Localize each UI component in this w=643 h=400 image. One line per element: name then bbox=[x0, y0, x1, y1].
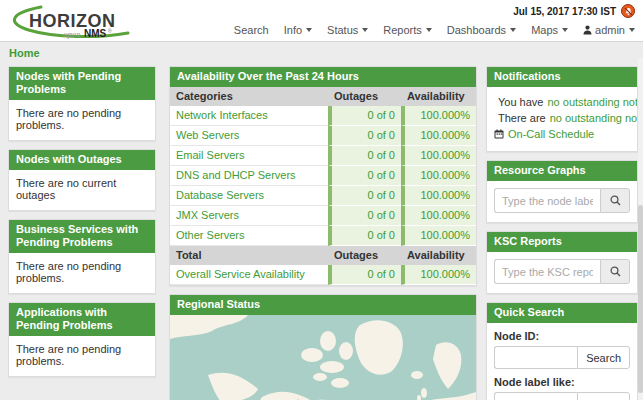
resource-graphs-panel: Resource Graphs bbox=[486, 160, 638, 223]
nav-user-menu[interactable]: admin bbox=[583, 24, 635, 36]
resource-graphs-search-button[interactable] bbox=[600, 188, 630, 213]
calendar-icon bbox=[494, 129, 504, 139]
main-nav: Search Info Status Reports Dashboards Ma… bbox=[234, 24, 635, 36]
category-link[interactable]: Database Servers bbox=[176, 189, 264, 201]
chevron-down-icon bbox=[629, 28, 635, 32]
quick-search-panel: Quick Search Node ID: Search Node label … bbox=[486, 302, 638, 400]
panel-body-text: There are no pending problems. bbox=[9, 253, 155, 293]
outages-value: 0 of 0 bbox=[328, 146, 401, 166]
node-id-label: Node ID: bbox=[494, 330, 630, 342]
category-link[interactable]: JMX Servers bbox=[176, 209, 239, 221]
total-header: Total bbox=[170, 246, 328, 265]
horizon-opennms-logo[interactable]: HORIZON open NMS ® bbox=[8, 3, 136, 42]
category-link[interactable]: Network Interfaces bbox=[176, 109, 268, 121]
outages-value: 0 of 0 bbox=[328, 206, 401, 226]
ksc-search-button[interactable] bbox=[600, 259, 630, 284]
regional-status-title: Regional Status bbox=[170, 295, 476, 315]
oncall-schedule-line: On-Call Schedule bbox=[494, 126, 630, 142]
availability-value: 100.000% bbox=[401, 206, 476, 226]
node-label-input[interactable] bbox=[494, 188, 600, 213]
nav-info[interactable]: Info bbox=[284, 24, 312, 36]
outages-value: 0 of 0 bbox=[328, 166, 401, 186]
notification-all-line: There are no outstanding notices bbox=[494, 110, 630, 126]
category-link[interactable]: Email Servers bbox=[176, 149, 244, 161]
user-icon bbox=[583, 25, 592, 35]
left-column: Nodes with Pending Problems There are no… bbox=[8, 66, 156, 385]
node-id-input[interactable] bbox=[494, 346, 577, 369]
node-id-search-button[interactable]: Search bbox=[577, 346, 630, 369]
table-row-category: Other Servers bbox=[170, 226, 328, 246]
availability-table: Categories Outages Availability Network … bbox=[170, 87, 476, 285]
category-link[interactable]: Other Servers bbox=[176, 229, 244, 241]
table-row-category: Web Servers bbox=[170, 126, 328, 146]
scrollbar-thumb[interactable] bbox=[638, 205, 643, 393]
notifications-title: Notifications bbox=[487, 67, 637, 87]
panel-title: Nodes with Pending Problems bbox=[9, 67, 155, 100]
current-datetime: Jul 15, 2017 17:30 IST bbox=[513, 6, 616, 17]
overall-availability-link[interactable]: Overall Service Availability bbox=[176, 268, 305, 280]
chevron-down-icon bbox=[510, 28, 516, 32]
panel-business-services-pending: Business Services with Pending Problems … bbox=[8, 219, 156, 294]
availability-value: 100.000% bbox=[401, 186, 476, 206]
node-label-search-button[interactable]: Search bbox=[577, 392, 630, 400]
ksc-report-input[interactable] bbox=[494, 259, 600, 284]
world-map[interactable] bbox=[170, 315, 476, 400]
notification-prefix: You have bbox=[498, 94, 543, 110]
notices-off-bell-icon[interactable] bbox=[621, 4, 635, 18]
notification-prefix: There are bbox=[498, 110, 546, 126]
chevron-down-icon bbox=[306, 28, 312, 32]
node-label-like-input[interactable] bbox=[494, 392, 577, 400]
notifications-panel: Notifications You have no outstanding no… bbox=[486, 66, 638, 152]
nav-status[interactable]: Status bbox=[327, 24, 368, 36]
availability-value: 100.000% bbox=[401, 146, 476, 166]
ksc-reports-title: KSC Reports bbox=[487, 232, 637, 252]
quick-search-title: Quick Search bbox=[487, 303, 637, 323]
center-column: Availability Over the Past 24 Hours Cate… bbox=[169, 66, 477, 400]
col-header-outages: Outages bbox=[328, 87, 401, 106]
panel-title: Applications with Pending Problems bbox=[9, 303, 155, 336]
user-notices-link[interactable]: no outstanding notices bbox=[547, 94, 638, 110]
panel-title: Business Services with Pending Problems bbox=[9, 220, 155, 253]
availability-panel: Availability Over the Past 24 Hours Cate… bbox=[169, 66, 477, 286]
outages-value: 0 of 0 bbox=[328, 226, 401, 246]
availability-value: 100.000% bbox=[401, 226, 476, 246]
magnifier-icon bbox=[610, 195, 621, 206]
availability-title: Availability Over the Past 24 Hours bbox=[170, 67, 476, 87]
vertical-scrollbar[interactable] bbox=[638, 58, 643, 400]
nav-search[interactable]: Search bbox=[234, 24, 269, 36]
category-link[interactable]: Web Servers bbox=[176, 129, 239, 141]
outages-value: 0 of 0 bbox=[328, 106, 401, 126]
nav-dashboards[interactable]: Dashboards bbox=[447, 24, 516, 36]
ksc-reports-panel: KSC Reports bbox=[486, 231, 638, 294]
nav-maps[interactable]: Maps bbox=[531, 24, 568, 36]
breadcrumb: Home bbox=[0, 42, 643, 63]
right-column: Notifications You have no outstanding no… bbox=[486, 66, 638, 400]
magnifier-icon bbox=[610, 266, 621, 277]
panel-body-text: There are no pending problems. bbox=[9, 100, 155, 140]
panel-body-text: There are no current outages bbox=[9, 170, 155, 210]
opennms-dashboard: HORIZON open NMS ® Jul 15, 2017 17:30 IS… bbox=[0, 0, 643, 400]
table-row-category: Email Servers bbox=[170, 146, 328, 166]
availability-value: 100.000% bbox=[401, 106, 476, 126]
svg-text:®: ® bbox=[108, 28, 112, 34]
nav-reports[interactable]: Reports bbox=[383, 24, 432, 36]
panel-nodes-pending-problems: Nodes with Pending Problems There are no… bbox=[8, 66, 156, 141]
category-link[interactable]: DNS and DHCP Servers bbox=[176, 169, 296, 181]
chevron-down-icon bbox=[362, 28, 368, 32]
breadcrumb-home-link[interactable]: Home bbox=[9, 47, 40, 59]
table-row-category: Database Servers bbox=[170, 186, 328, 206]
oncall-schedule-link[interactable]: On-Call Schedule bbox=[508, 126, 594, 142]
all-notices-link[interactable]: no outstanding notices bbox=[550, 110, 638, 126]
table-row-category: Network Interfaces bbox=[170, 106, 328, 126]
availability-value: 100.000% bbox=[401, 126, 476, 146]
panel-body-text: There are no pending problems. bbox=[9, 336, 155, 376]
top-header: HORIZON open NMS ® Jul 15, 2017 17:30 IS… bbox=[0, 0, 643, 42]
regional-status-panel: Regional Status bbox=[169, 294, 477, 400]
availability-value: 100.000% bbox=[401, 166, 476, 186]
availability-value: 100.000% bbox=[401, 265, 476, 285]
col-header-categories: Categories bbox=[170, 87, 328, 106]
notification-user-line: You have no outstanding notices bbox=[494, 94, 630, 110]
svg-text:NMS: NMS bbox=[84, 28, 107, 39]
panel-applications-pending: Applications with Pending Problems There… bbox=[8, 302, 156, 377]
chevron-down-icon bbox=[562, 28, 568, 32]
